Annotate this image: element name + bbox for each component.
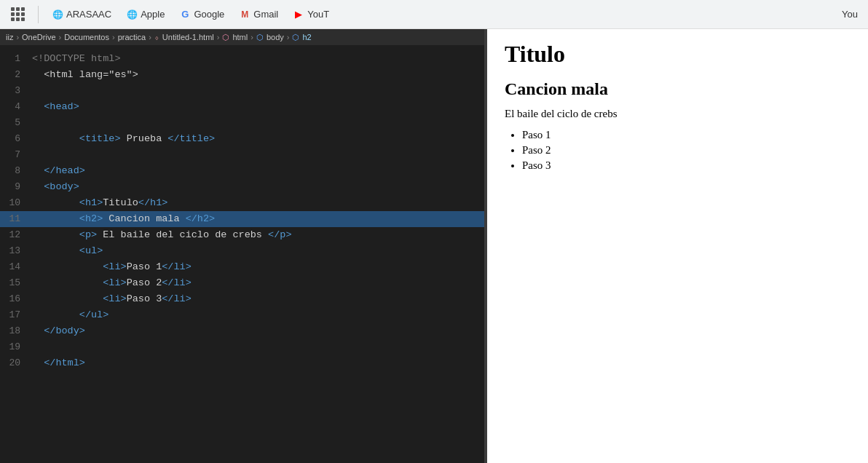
code-editor[interactable]: 1<!DOCTYPE html>2 <html lang="es">34 <he… [0, 45, 484, 463]
code-line: 1<!DOCTYPE html> [0, 51, 484, 67]
line-number: 8 [0, 163, 32, 179]
line-number: 7 [0, 147, 32, 163]
gmail-icon: M [239, 9, 250, 20]
line-content: </ul> [32, 307, 484, 323]
line-content: </html> [32, 355, 484, 371]
breadcrumb-html: html [232, 33, 248, 41]
breadcrumb-iiz: iiz [6, 33, 13, 41]
line-content: <head> [32, 99, 484, 115]
list-item: Paso 2 [522, 144, 851, 157]
code-line: 19 [0, 339, 484, 355]
preview-h2: Cancion mala [505, 79, 851, 99]
line-content: <h2> Cancion mala </h2> [32, 211, 484, 227]
breadcrumb-filename: Untitled-1.html [162, 33, 214, 41]
list-item: Paso 3 [522, 159, 851, 172]
user-profile[interactable]: You [837, 7, 862, 21]
code-line: 14 <li>Paso 1</li> [0, 259, 484, 275]
code-line: 9 <body> [0, 179, 484, 195]
line-number: 5 [0, 115, 32, 131]
google-icon: G [179, 9, 191, 20]
line-number: 1 [0, 51, 32, 67]
grid-menu-button[interactable] [6, 3, 29, 26]
main-area: iiz › OneDrive › Documentos › practica ›… [0, 29, 868, 463]
bookmark-arasaac[interactable]: 🌐 ARASAAC [47, 7, 116, 22]
preview-panel: Titulo Cancion mala El baile del ciclo d… [487, 29, 868, 463]
code-line: 20 </html> [0, 355, 484, 371]
editor-panel: iiz › OneDrive › Documentos › practica ›… [0, 29, 484, 463]
line-content: <ul> [32, 243, 484, 259]
preview-content: Titulo Cancion mala El baile del ciclo d… [487, 29, 868, 186]
line-number: 17 [0, 307, 32, 323]
breadcrumb-h2: h2 [302, 33, 311, 41]
line-number: 20 [0, 355, 32, 371]
code-line: 18 </body> [0, 323, 484, 339]
line-content: <title> Prueba </title> [32, 131, 484, 147]
code-line: 5 [0, 115, 484, 131]
code-line: 4 <head> [0, 99, 484, 115]
code-line: 11 <h2> Cancion mala </h2> [0, 211, 484, 227]
list-item: Paso 1 [522, 129, 851, 141]
code-line: 13 <ul> [0, 243, 484, 259]
line-content: <!DOCTYPE html> [32, 51, 484, 67]
breadcrumb-body-icon: ⬡ [256, 33, 264, 42]
line-content: <li>Paso 1</li> [32, 259, 484, 275]
code-line: 15 <li>Paso 2</li> [0, 275, 484, 291]
line-number: 12 [0, 227, 32, 243]
preview-paragraph: El baile del ciclo de crebs [505, 108, 851, 120]
line-number: 15 [0, 275, 32, 291]
bookmark-apple[interactable]: 🌐 Apple [122, 7, 169, 22]
breadcrumb-onedrive: OneDrive [22, 33, 55, 41]
youtube-icon: ▶ [293, 9, 304, 20]
code-line: 8 </head> [0, 163, 484, 179]
bookmark-gmail[interactable]: M Gmail [234, 7, 283, 22]
line-content: <p> El baile del ciclo de crebs </p> [32, 227, 484, 243]
line-number: 18 [0, 323, 32, 339]
breadcrumb-body: body [267, 33, 284, 41]
breadcrumb: iiz › OneDrive › Documentos › practica ›… [0, 29, 484, 45]
preview-list: Paso 1 Paso 2 Paso 3 [522, 129, 851, 172]
code-line: 12 <p> El baile del ciclo de crebs </p> [0, 227, 484, 243]
code-line: 2 <html lang="es"> [0, 67, 484, 83]
line-content: <li>Paso 3</li> [32, 291, 484, 307]
breadcrumb-h2-icon: ⬡ [292, 33, 299, 42]
line-number: 3 [0, 83, 32, 99]
line-content: </body> [32, 323, 484, 339]
line-content: <h1>Titulo</h1> [32, 195, 484, 211]
line-number: 9 [0, 179, 32, 195]
bookmark-google[interactable]: G Google [175, 7, 229, 22]
browser-bar: 🌐 ARASAAC 🌐 Apple G Google M Gmail ▶ You… [0, 0, 868, 29]
breadcrumb-practica: practica [118, 33, 146, 41]
line-content: </head> [32, 163, 484, 179]
divider [38, 6, 39, 23]
code-line: 6 <title> Prueba </title> [0, 131, 484, 147]
breadcrumb-documentos: Documentos [64, 33, 109, 41]
line-number: 11 [0, 211, 32, 227]
breadcrumb-html-icon: ⬡ [222, 33, 229, 42]
breadcrumb-file: ⬨ [154, 33, 159, 41]
code-line: 10 <h1>Titulo</h1> [0, 195, 484, 211]
line-number: 14 [0, 259, 32, 275]
line-number: 2 [0, 67, 32, 83]
arasaac-icon: 🌐 [52, 9, 63, 20]
preview-h1: Titulo [505, 41, 851, 68]
line-number: 16 [0, 291, 32, 307]
line-content: <body> [32, 179, 484, 195]
apple-icon: 🌐 [126, 9, 138, 20]
code-line: 16 <li>Paso 3</li> [0, 291, 484, 307]
code-line: 3 [0, 83, 484, 99]
code-line: 7 [0, 147, 484, 163]
line-number: 19 [0, 339, 32, 355]
line-content: <li>Paso 2</li> [32, 275, 484, 291]
code-line: 17 </ul> [0, 307, 484, 323]
line-number: 4 [0, 99, 32, 115]
line-content: <html lang="es"> [32, 67, 484, 83]
line-number: 10 [0, 195, 32, 211]
line-number: 6 [0, 131, 32, 147]
bookmark-youtube[interactable]: ▶ YouT [288, 7, 334, 22]
line-number: 13 [0, 243, 32, 259]
